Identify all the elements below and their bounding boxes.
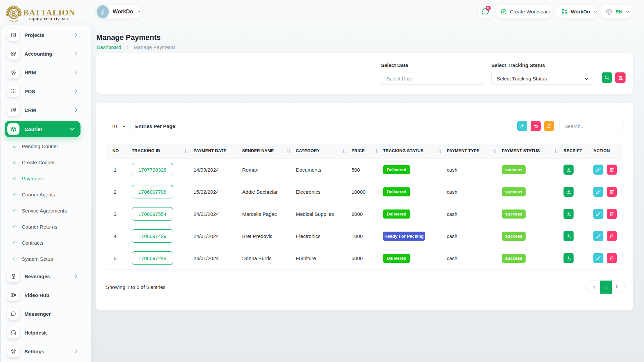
svg-text:B: B — [12, 10, 16, 17]
